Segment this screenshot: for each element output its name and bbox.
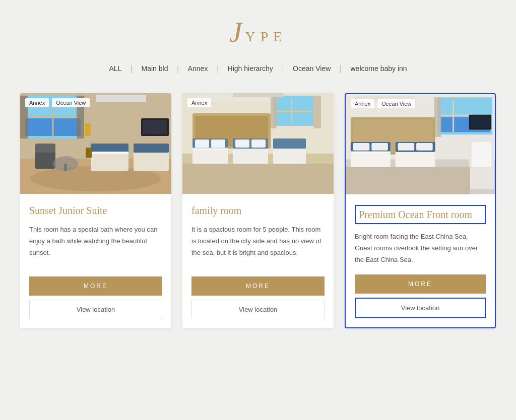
svg-rect-66 [416, 143, 433, 151]
svg-rect-19 [64, 164, 67, 171]
svg-rect-17 [35, 144, 55, 153]
more-button-sunset-junior-suite[interactable]: MORE [29, 276, 162, 296]
card-image-premium-ocean-front: AnnexOcean View [346, 94, 495, 195]
svg-rect-14 [134, 144, 169, 153]
card-tag-annex: Annex [187, 98, 211, 107]
card-body-family-room: family roomIt is a spacious room for 5 p… [182, 194, 334, 328]
card-desc-premium-ocean-front: Bright room facing the East China Sea. G… [355, 231, 486, 265]
svg-rect-21 [143, 120, 167, 134]
svg-rect-60 [351, 151, 391, 153]
svg-rect-22 [96, 95, 146, 102]
svg-rect-69 [346, 167, 470, 194]
nav-item-main-bld[interactable]: Main bld [133, 64, 177, 73]
svg-rect-68 [472, 142, 491, 167]
card-tags-sunset-junior-suite: AnnexOcean View [25, 98, 90, 107]
cards-container: AnnexOcean ViewSunset Junior SuiteThis r… [0, 93, 516, 328]
view-location-button-family-room[interactable]: View location [191, 300, 325, 319]
card-tag-annex: Annex [351, 99, 374, 108]
card-tag-ocean-view: Ocean View [52, 98, 90, 107]
svg-rect-55 [434, 97, 441, 137]
card-body-premium-ocean-front: Premium Ocean Front roomBright room faci… [346, 195, 495, 327]
card-desc-sunset-junior-suite: This room has a special bath where you c… [29, 224, 162, 267]
svg-rect-29 [276, 111, 311, 112]
svg-rect-41 [182, 164, 334, 194]
card-title-family-room: family room [191, 204, 325, 217]
view-location-button-sunset-junior-suite[interactable]: View location [29, 300, 162, 319]
svg-rect-44 [235, 139, 249, 148]
nav-item-all[interactable]: ALL [100, 64, 131, 73]
svg-rect-12 [91, 152, 128, 154]
svg-rect-65 [398, 143, 415, 151]
logo: JYPE [229, 15, 287, 49]
nav-bar: ALL|Main bld|Annex|High hierarchy|Ocean … [100, 64, 416, 73]
card-family-room: Annexfamily roomIt is a spacious room fo… [182, 93, 334, 328]
card-image-family-room: Annex [182, 93, 334, 194]
svg-rect-43 [211, 139, 225, 148]
card-image-sunset-junior-suite: AnnexOcean View [20, 93, 171, 194]
svg-rect-42 [195, 139, 209, 148]
more-button-premium-ocean-front[interactable]: MORE [355, 274, 486, 294]
svg-rect-40 [273, 138, 306, 149]
nav-item-welcome-baby-inn[interactable]: welcome baby inn [342, 64, 416, 73]
card-tags-family-room: Annex [187, 98, 211, 107]
card-desc-family-room: It is a spacious room for 5 people. This… [191, 224, 325, 267]
svg-rect-15 [86, 148, 92, 158]
svg-rect-23 [85, 123, 91, 136]
logo-first-letter: J [229, 16, 245, 48]
svg-rect-63 [353, 143, 370, 151]
card-sunset-junior-suite: AnnexOcean ViewSunset Junior SuiteThis r… [20, 93, 171, 328]
card-tag-annex: Annex [25, 98, 49, 107]
nav-item-annex[interactable]: Annex [179, 64, 217, 73]
logo-text: JYPE [229, 15, 287, 49]
card-title-sunset-junior-suite: Sunset Junior Suite [29, 204, 162, 217]
logo-rest: YPE [245, 29, 287, 44]
card-tag-ocean-view: Ocean View [377, 99, 415, 108]
card-body-sunset-junior-suite: Sunset Junior SuiteThis room has a speci… [20, 194, 171, 328]
nav-item-ocean-view[interactable]: Ocean View [284, 64, 340, 73]
svg-rect-31 [313, 96, 321, 128]
card-premium-ocean-front: AnnexOcean ViewPremium Ocean Front roomB… [345, 93, 496, 328]
svg-rect-64 [371, 143, 388, 151]
card-tags-premium-ocean-front: AnnexOcean View [351, 99, 415, 108]
svg-rect-36 [192, 148, 228, 150]
more-button-family-room[interactable]: MORE [191, 276, 325, 296]
view-location-button-premium-ocean-front[interactable]: View location [355, 298, 486, 318]
svg-rect-16 [35, 151, 55, 169]
svg-rect-30 [271, 96, 277, 128]
card-title-premium-ocean-front: Premium Ocean Front room [355, 205, 486, 224]
nav-item-high-hierarchy[interactable]: High hierarchy [219, 64, 282, 73]
svg-rect-72 [471, 116, 490, 128]
svg-rect-11 [91, 144, 128, 153]
svg-rect-45 [251, 139, 266, 148]
svg-rect-47 [233, 93, 283, 97]
